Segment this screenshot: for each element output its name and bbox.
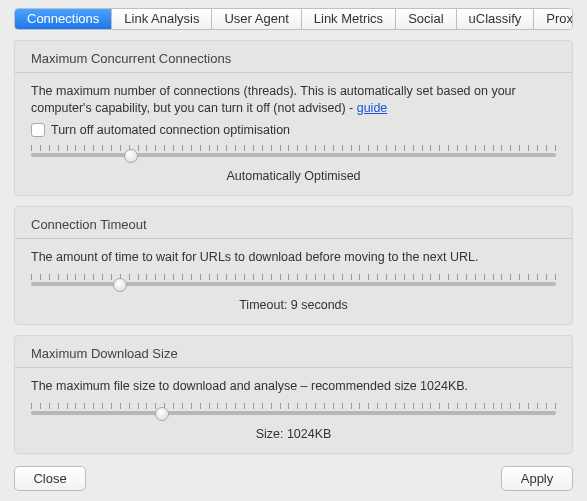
tab-link-analysis[interactable]: Link Analysis: [112, 9, 212, 29]
panel-divider: [15, 238, 572, 239]
panel-title: Maximum Concurrent Connections: [15, 41, 572, 72]
timeout-slider[interactable]: [31, 274, 556, 292]
slider-caption: Automatically Optimised: [31, 169, 556, 183]
slider-ticks: [31, 403, 556, 411]
connections-slider-wrap: Automatically Optimised: [31, 145, 556, 183]
guide-link[interactable]: guide: [357, 101, 388, 115]
footer-spacer: [86, 466, 501, 491]
slider-ticks: [31, 274, 556, 282]
content-area: Maximum Concurrent Connections The maxim…: [0, 30, 587, 454]
timeout-slider-wrap: Timeout: 9 seconds: [31, 274, 556, 312]
panel-concurrent-connections: Maximum Concurrent Connections The maxim…: [14, 40, 573, 196]
slider-caption: Timeout: 9 seconds: [31, 298, 556, 312]
panel-body: The amount of time to wait for URLs to d…: [15, 249, 572, 312]
panel-body: The maximum file size to download and an…: [15, 378, 572, 441]
panel-connection-timeout: Connection Timeout The amount of time to…: [14, 206, 573, 325]
slider-track: [31, 411, 556, 415]
close-button[interactable]: Close: [14, 466, 86, 491]
panel-description: The maximum file size to download and an…: [31, 378, 556, 395]
slider-thumb[interactable]: [155, 407, 169, 421]
panel-description: The amount of time to wait for URLs to d…: [31, 249, 556, 266]
tab-uclassify[interactable]: uClassify: [457, 9, 535, 29]
size-slider[interactable]: [31, 403, 556, 421]
tab-proxies[interactable]: Proxies: [534, 9, 573, 29]
connections-slider[interactable]: [31, 145, 556, 163]
desc-text: The maximum number of connections (threa…: [31, 84, 516, 115]
tab-social[interactable]: Social: [396, 9, 456, 29]
slider-caption: Size: 1024KB: [31, 427, 556, 441]
tab-connections[interactable]: Connections: [15, 9, 112, 29]
slider-thumb[interactable]: [113, 278, 127, 292]
slider-ticks: [31, 145, 556, 153]
panel-title: Maximum Download Size: [15, 336, 572, 367]
checkbox-icon[interactable]: [31, 123, 45, 137]
panel-divider: [15, 72, 572, 73]
panel-title: Connection Timeout: [15, 207, 572, 238]
slider-track: [31, 153, 556, 157]
optimisation-checkbox-row[interactable]: Turn off automated connection optimisati…: [31, 123, 556, 137]
panel-body: The maximum number of connections (threa…: [15, 83, 572, 183]
slider-thumb[interactable]: [124, 149, 138, 163]
size-slider-wrap: Size: 1024KB: [31, 403, 556, 441]
apply-button[interactable]: Apply: [501, 466, 573, 491]
panel-description: The maximum number of connections (threa…: [31, 83, 556, 117]
panel-divider: [15, 367, 572, 368]
checkbox-label: Turn off automated connection optimisati…: [51, 123, 290, 137]
tab-bar: ConnectionsLink AnalysisUser AgentLink M…: [14, 8, 573, 30]
tab-user-agent[interactable]: User Agent: [212, 9, 301, 29]
panel-max-download-size: Maximum Download Size The maximum file s…: [14, 335, 573, 454]
footer: Close Apply: [0, 466, 587, 491]
tab-link-metrics[interactable]: Link Metrics: [302, 9, 396, 29]
slider-track: [31, 282, 556, 286]
